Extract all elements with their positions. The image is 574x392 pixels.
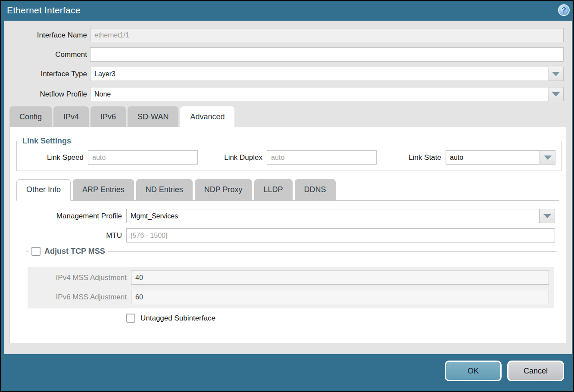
link-state-dropdown-icon[interactable] [540, 150, 555, 165]
untagged-subinterface-label: Untagged Subinterface [140, 314, 215, 323]
netflow-profile-dropdown-icon[interactable] [548, 87, 564, 101]
netflow-profile-select[interactable] [90, 87, 564, 101]
adjust-tcp-mss-fieldset: Adjust TCP MSS IPv4 MSS Adjustment IPv6 … [26, 247, 557, 304]
adjust-tcp-mss-label: Adjust TCP MSS [44, 247, 105, 256]
other-info-tab-bar: Other Info ARP Entries ND Entries NDP Pr… [16, 179, 559, 201]
interface-type-row: Interface Type [4, 67, 567, 81]
mtu-row: MTU [10, 228, 566, 243]
interface-type-label: Interface Type [5, 67, 87, 81]
link-settings-legend: Link Settings [19, 137, 74, 146]
interface-type-value[interactable] [90, 67, 548, 81]
link-speed-input[interactable] [88, 150, 198, 165]
chevron-down-icon [552, 92, 560, 96]
untagged-subinterface-checkbox[interactable] [126, 314, 135, 323]
adjust-tcp-mss-legend: Adjust TCP MSS [28, 247, 108, 256]
netflow-profile-label: Netflow Profile [5, 87, 87, 101]
chevron-down-icon [552, 72, 560, 76]
interface-name-row: Interface Name [4, 28, 567, 42]
management-profile-select[interactable] [126, 209, 555, 223]
title-bar: Ethernet Interface ? [1, 1, 573, 21]
ipv6-mss-label: IPv6 MSS Adjustment [45, 290, 127, 304]
dialog-body: Interface Name Comment Interface Type Ne… [4, 21, 572, 354]
ipv6-mss-row: IPv6 MSS Adjustment [28, 290, 554, 304]
ipv6-mss-input [131, 290, 549, 304]
tab-other-info[interactable]: Other Info [16, 179, 71, 201]
link-speed-label: Link Speed [28, 150, 84, 165]
advanced-tab-panel: Link Settings Link Speed Link Duplex Lin… [9, 127, 566, 343]
mtu-label: MTU [36, 228, 122, 243]
management-profile-row: Management Profile [10, 209, 566, 223]
link-state-value[interactable] [446, 150, 540, 165]
cancel-button[interactable]: Cancel [507, 361, 564, 381]
link-duplex-input[interactable] [267, 150, 377, 165]
interface-name-input [90, 28, 564, 42]
interface-type-dropdown-icon[interactable] [548, 67, 564, 81]
ipv4-mss-row: IPv4 MSS Adjustment [28, 271, 554, 285]
link-state-label: Link State [402, 150, 441, 165]
ipv4-mss-label: IPv4 MSS Adjustment [45, 271, 127, 285]
comment-label: Comment [5, 47, 87, 62]
tab-lldp[interactable]: LLDP [254, 179, 293, 200]
tab-ddns[interactable]: DDNS [295, 179, 336, 200]
tab-arp-entries[interactable]: ARP Entries [73, 179, 134, 200]
tab-sdwan[interactable]: SD-WAN [128, 106, 178, 127]
mtu-input[interactable] [126, 228, 555, 243]
ipv4-mss-input [131, 271, 549, 285]
management-profile-value[interactable] [126, 209, 540, 223]
chevron-down-icon [544, 156, 552, 160]
interface-name-label: Interface Name [5, 28, 87, 42]
management-profile-dropdown-icon[interactable] [540, 209, 555, 223]
comment-input[interactable] [90, 47, 564, 62]
netflow-profile-row: Netflow Profile [4, 87, 567, 101]
link-state-select[interactable] [446, 150, 555, 165]
interface-type-select[interactable] [90, 67, 564, 81]
link-settings-fieldset: Link Settings Link Speed Link Duplex Lin… [16, 137, 562, 171]
netflow-profile-value[interactable] [90, 87, 548, 101]
help-icon[interactable]: ? [558, 4, 570, 16]
mss-disabled-block: IPv4 MSS Adjustment IPv6 MSS Adjustment [28, 267, 554, 308]
tab-ndp-proxy[interactable]: NDP Proxy [195, 179, 252, 200]
tab-ipv6[interactable]: IPv6 [90, 106, 126, 127]
ok-button[interactable]: OK [445, 361, 502, 381]
adjust-tcp-mss-checkbox[interactable] [31, 247, 41, 256]
tab-config[interactable]: Config [9, 106, 52, 127]
tab-nd-entries[interactable]: ND Entries [136, 179, 193, 200]
ethernet-interface-dialog: Ethernet Interface ? Interface Name Comm… [0, 0, 574, 392]
link-duplex-label: Link Duplex [215, 150, 262, 165]
dialog-title: Ethernet Interface [7, 5, 81, 16]
management-profile-label: Management Profile [36, 209, 122, 223]
untagged-subinterface-row: Untagged Subinterface [126, 314, 215, 323]
main-tab-bar: Config IPv4 IPv6 SD-WAN Advanced [9, 106, 236, 127]
chevron-down-icon [543, 214, 551, 218]
dialog-footer: OK Cancel [1, 353, 573, 391]
comment-row: Comment [4, 47, 567, 62]
tab-ipv4[interactable]: IPv4 [53, 106, 89, 127]
tab-advanced[interactable]: Advanced [180, 106, 234, 127]
